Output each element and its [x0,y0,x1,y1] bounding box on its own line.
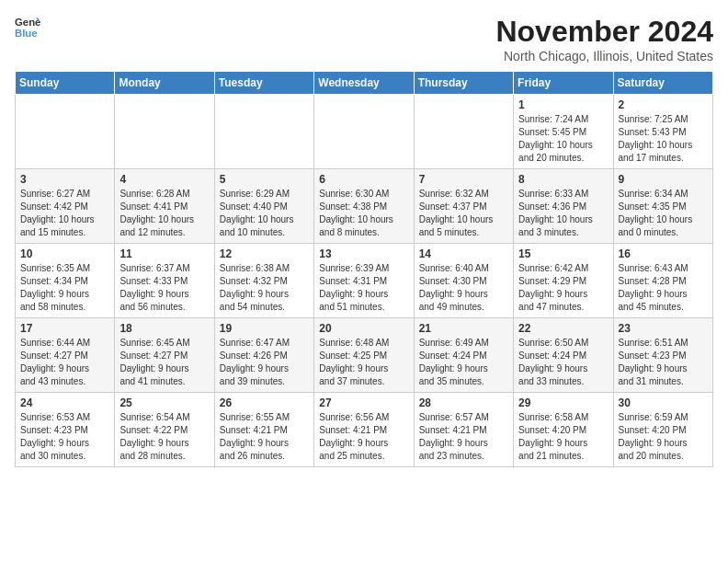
header-tuesday: Tuesday [214,72,313,95]
calendar-day-5: 5Sunrise: 6:29 AM Sunset: 4:40 PM Daylig… [214,169,313,244]
day-info: Sunrise: 6:53 AM Sunset: 4:23 PM Dayligh… [20,411,109,463]
header-friday: Friday [514,72,613,95]
calendar-week-4: 17Sunrise: 6:44 AM Sunset: 4:27 PM Dayli… [16,318,713,393]
calendar-day-14: 14Sunrise: 6:40 AM Sunset: 4:30 PM Dayli… [414,244,513,318]
calendar-day-15: 15Sunrise: 6:42 AM Sunset: 4:29 PM Dayli… [514,244,613,318]
calendar-week-1: 1Sunrise: 7:24 AM Sunset: 5:45 PM Daylig… [16,95,713,169]
header-wednesday: Wednesday [314,72,414,95]
day-info: Sunrise: 6:56 AM Sunset: 4:21 PM Dayligh… [319,411,408,463]
day-info: Sunrise: 6:47 AM Sunset: 4:26 PM Dayligh… [220,337,309,388]
month-title: November 2024 [495,15,713,49]
day-number: 17 [20,322,109,335]
calendar-day-17: 17Sunrise: 6:44 AM Sunset: 4:27 PM Dayli… [16,318,115,393]
day-number: 12 [220,247,309,260]
day-info: Sunrise: 6:59 AM Sunset: 4:20 PM Dayligh… [619,411,708,463]
calendar-day-1: 1Sunrise: 7:24 AM Sunset: 5:45 PM Daylig… [514,95,613,169]
day-info: Sunrise: 6:39 AM Sunset: 4:31 PM Dayligh… [319,262,408,314]
day-number: 7 [419,173,508,186]
day-number: 9 [619,173,708,186]
calendar-day-9: 9Sunrise: 6:34 AM Sunset: 4:35 PM Daylig… [613,169,712,244]
day-info: Sunrise: 6:49 AM Sunset: 4:24 PM Dayligh… [419,337,508,388]
calendar-day-18: 18Sunrise: 6:45 AM Sunset: 4:27 PM Dayli… [115,318,214,393]
calendar-day-24: 24Sunrise: 6:53 AM Sunset: 4:23 PM Dayli… [16,393,115,467]
calendar-day-19: 19Sunrise: 6:47 AM Sunset: 4:26 PM Dayli… [214,318,313,393]
day-number: 23 [619,322,708,335]
title-section: November 2024 North Chicago, Illinois, U… [495,15,713,63]
day-number: 16 [619,247,708,260]
day-number: 26 [220,396,309,409]
calendar-day-11: 11Sunrise: 6:37 AM Sunset: 4:33 PM Dayli… [115,244,214,318]
day-info: Sunrise: 6:42 AM Sunset: 4:29 PM Dayligh… [518,262,608,314]
day-info: Sunrise: 6:57 AM Sunset: 4:21 PM Dayligh… [419,411,508,463]
day-info: Sunrise: 6:30 AM Sunset: 4:38 PM Dayligh… [319,188,408,239]
day-number: 11 [119,247,209,260]
day-number: 15 [518,247,608,260]
svg-text:Blue: Blue [15,28,38,39]
day-info: Sunrise: 6:33 AM Sunset: 4:36 PM Dayligh… [518,188,608,239]
day-info: Sunrise: 6:58 AM Sunset: 4:20 PM Dayligh… [518,411,608,463]
day-info: Sunrise: 7:25 AM Sunset: 5:43 PM Dayligh… [619,113,708,165]
calendar-day-25: 25Sunrise: 6:54 AM Sunset: 4:22 PM Dayli… [115,393,214,467]
calendar-day-12: 12Sunrise: 6:38 AM Sunset: 4:32 PM Dayli… [214,244,313,318]
calendar-day-21: 21Sunrise: 6:49 AM Sunset: 4:24 PM Dayli… [414,318,513,393]
calendar-day-20: 20Sunrise: 6:48 AM Sunset: 4:25 PM Dayli… [314,318,414,393]
calendar-day-10: 10Sunrise: 6:35 AM Sunset: 4:34 PM Dayli… [16,244,115,318]
calendar-week-3: 10Sunrise: 6:35 AM Sunset: 4:34 PM Dayli… [16,244,713,318]
day-info: Sunrise: 6:37 AM Sunset: 4:33 PM Dayligh… [119,262,209,314]
calendar-day-8: 8Sunrise: 6:33 AM Sunset: 4:36 PM Daylig… [514,169,613,244]
calendar-header-row: SundayMondayTuesdayWednesdayThursdayFrid… [16,72,713,95]
day-number: 29 [518,396,608,409]
calendar-day-27: 27Sunrise: 6:56 AM Sunset: 4:21 PM Dayli… [314,393,414,467]
day-info: Sunrise: 6:55 AM Sunset: 4:21 PM Dayligh… [220,411,309,463]
day-info: Sunrise: 7:24 AM Sunset: 5:45 PM Dayligh… [518,113,608,165]
calendar-day-23: 23Sunrise: 6:51 AM Sunset: 4:23 PM Dayli… [613,318,712,393]
page-header: General Blue November 2024 North Chicago… [15,15,713,63]
day-info: Sunrise: 6:38 AM Sunset: 4:32 PM Dayligh… [220,262,309,314]
day-info: Sunrise: 6:44 AM Sunset: 4:27 PM Dayligh… [20,337,109,388]
day-info: Sunrise: 6:35 AM Sunset: 4:34 PM Dayligh… [20,262,109,314]
calendar-day-7: 7Sunrise: 6:32 AM Sunset: 4:37 PM Daylig… [414,169,513,244]
day-info: Sunrise: 6:34 AM Sunset: 4:35 PM Dayligh… [619,188,708,239]
day-number: 6 [319,173,408,186]
header-saturday: Saturday [613,72,712,95]
day-number: 18 [119,322,209,335]
day-number: 10 [20,247,109,260]
header-monday: Monday [115,72,214,95]
calendar-day-4: 4Sunrise: 6:28 AM Sunset: 4:41 PM Daylig… [115,169,214,244]
calendar-day-28: 28Sunrise: 6:57 AM Sunset: 4:21 PM Dayli… [414,393,513,467]
day-info: Sunrise: 6:50 AM Sunset: 4:24 PM Dayligh… [518,337,608,388]
calendar-table: SundayMondayTuesdayWednesdayThursdayFrid… [15,71,713,467]
calendar-body: 1Sunrise: 7:24 AM Sunset: 5:45 PM Daylig… [16,95,713,467]
day-info: Sunrise: 6:27 AM Sunset: 4:42 PM Dayligh… [20,188,109,239]
day-info: Sunrise: 6:43 AM Sunset: 4:28 PM Dayligh… [619,262,708,314]
calendar-day-30: 30Sunrise: 6:59 AM Sunset: 4:20 PM Dayli… [613,393,712,467]
day-info: Sunrise: 6:48 AM Sunset: 4:25 PM Dayligh… [319,337,408,388]
day-info: Sunrise: 6:32 AM Sunset: 4:37 PM Dayligh… [419,188,508,239]
day-number: 27 [319,396,408,409]
calendar-day-6: 6Sunrise: 6:30 AM Sunset: 4:38 PM Daylig… [314,169,414,244]
day-info: Sunrise: 6:29 AM Sunset: 4:40 PM Dayligh… [220,188,309,239]
day-info: Sunrise: 6:28 AM Sunset: 4:41 PM Dayligh… [119,188,209,239]
calendar-empty [314,95,414,169]
calendar-day-22: 22Sunrise: 6:50 AM Sunset: 4:24 PM Dayli… [514,318,613,393]
day-number: 22 [518,322,608,335]
calendar-empty [16,95,115,169]
day-info: Sunrise: 6:51 AM Sunset: 4:23 PM Dayligh… [619,337,708,388]
day-number: 8 [518,173,608,186]
day-number: 19 [220,322,309,335]
calendar-empty [115,95,214,169]
day-number: 2 [619,98,708,111]
calendar-empty [214,95,313,169]
logo: General Blue [15,15,40,40]
day-info: Sunrise: 6:45 AM Sunset: 4:27 PM Dayligh… [119,337,209,388]
header-thursday: Thursday [414,72,513,95]
day-number: 14 [419,247,508,260]
calendar-day-13: 13Sunrise: 6:39 AM Sunset: 4:31 PM Dayli… [314,244,414,318]
calendar-week-2: 3Sunrise: 6:27 AM Sunset: 4:42 PM Daylig… [16,169,713,244]
calendar-day-29: 29Sunrise: 6:58 AM Sunset: 4:20 PM Dayli… [514,393,613,467]
logo-icon: General Blue [15,15,40,40]
day-number: 3 [20,173,109,186]
day-number: 1 [518,98,608,111]
header-sunday: Sunday [16,72,115,95]
calendar-week-5: 24Sunrise: 6:53 AM Sunset: 4:23 PM Dayli… [16,393,713,467]
